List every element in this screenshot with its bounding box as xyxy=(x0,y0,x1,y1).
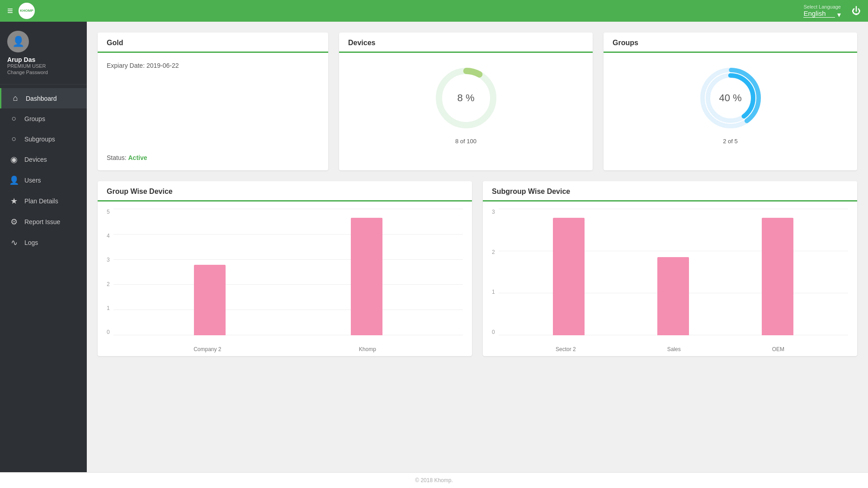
sidebar-item-dashboard[interactable]: ⌂ Dashboard xyxy=(0,88,87,108)
logo: KHOMP xyxy=(19,3,35,19)
x-label: Sales xyxy=(667,346,681,352)
y-label: 0 xyxy=(492,329,495,335)
avatar: 👤 xyxy=(7,31,29,52)
groups-card: Groups 40 % xyxy=(604,33,857,170)
y-label: 1 xyxy=(107,305,110,311)
status-active: Active xyxy=(128,154,147,161)
y-label: 2 xyxy=(107,281,110,287)
x-label: Sector 2 xyxy=(556,346,576,352)
nav-label: Groups xyxy=(24,115,45,122)
group-wise-y-axis: 012345 xyxy=(107,209,113,335)
nav-icon: 👤 xyxy=(9,175,19,185)
nav-label: Subgroups xyxy=(24,136,55,143)
group-wise-body: 012345 Company 2Khomp xyxy=(98,202,472,356)
nav-label: Plan Details xyxy=(24,197,58,205)
devices-donut: 8 % xyxy=(430,62,502,134)
change-password-link[interactable]: Change Password xyxy=(7,70,48,75)
main-content: Gold Expiary Date: 2019-06-22 Status: Ac… xyxy=(87,22,868,472)
x-label: OEM xyxy=(772,346,784,352)
subgroup-wise-y-axis: 0123 xyxy=(492,209,499,335)
y-label: 2 xyxy=(492,249,495,255)
sidebar-item-report-issue[interactable]: ⚙ Report Issue xyxy=(0,211,87,232)
bar xyxy=(657,257,689,335)
sidebar-item-groups[interactable]: ○ Groups xyxy=(0,108,87,129)
user-role: PREMIUM USER xyxy=(7,63,46,69)
logo-text: KHOMP xyxy=(20,9,33,13)
logo-circle: KHOMP xyxy=(19,3,35,19)
language-selector[interactable]: Select Language English xyxy=(803,4,841,18)
nav-items: ⌂ Dashboard○ Groups○ Subgroups◉ Devices👤… xyxy=(0,84,87,472)
nav-label: Report Issue xyxy=(24,218,60,225)
sidebar-item-devices[interactable]: ◉ Devices xyxy=(0,149,87,170)
y-label: 0 xyxy=(107,329,110,335)
power-icon[interactable]: ⏻ xyxy=(852,6,861,16)
bar-group xyxy=(194,265,226,335)
bar-group xyxy=(762,218,793,335)
lang-select[interactable]: English xyxy=(803,9,835,18)
devices-percent: 8 % xyxy=(458,92,475,104)
groups-card-header: Groups xyxy=(604,33,857,53)
charts-row: Group Wise Device 012345 Company 2Khomp … xyxy=(98,181,857,356)
devices-card: Devices 8 % 8 of 100 xyxy=(339,33,593,170)
user-section: 👤 Arup Das PREMIUM USER Change Password xyxy=(0,22,87,84)
nav-icon: ∿ xyxy=(9,238,19,248)
y-label: 4 xyxy=(107,233,110,239)
bar-group xyxy=(657,257,689,335)
top-nav: ≡ KHOMP Select Language English ⏻ xyxy=(0,0,868,22)
bar xyxy=(351,218,382,335)
nav-label: Users xyxy=(24,177,41,184)
nav-label: Devices xyxy=(24,156,47,163)
devices-count: 8 of 100 xyxy=(455,138,476,145)
user-name: Arup Das xyxy=(7,56,35,63)
bar-group xyxy=(553,218,585,335)
nav-label: Logs xyxy=(24,239,38,246)
footer-text: © 2018 Khomp. xyxy=(415,477,453,483)
bar xyxy=(553,218,585,335)
groups-donut: 40 % xyxy=(694,62,767,134)
sidebar-item-plan-details[interactable]: ★ Plan Details xyxy=(0,191,87,211)
sidebar-item-users[interactable]: 👤 Users xyxy=(0,170,87,191)
gold-card-header: Gold xyxy=(98,33,328,53)
y-label: 3 xyxy=(492,209,495,215)
nav-label: Dashboard xyxy=(26,95,57,102)
footer: © 2018 Khomp. xyxy=(0,472,868,488)
bar-group xyxy=(351,218,382,335)
nav-icon: ○ xyxy=(9,114,19,123)
status-row: Status: Active xyxy=(107,154,319,161)
sidebar: 👤 Arup Das PREMIUM USER Change Password … xyxy=(0,22,87,472)
bar xyxy=(762,218,793,335)
groups-percent: 40 % xyxy=(719,92,741,104)
groups-count: 2 of 5 xyxy=(723,138,738,145)
gold-card-body: Expiary Date: 2019-06-22 Status: Active xyxy=(98,53,328,170)
x-label: Company 2 xyxy=(193,346,221,352)
group-wise-header: Group Wise Device xyxy=(98,181,472,202)
devices-card-body: 8 % 8 of 100 xyxy=(339,53,593,154)
nav-icon: ⌂ xyxy=(10,94,20,103)
y-label: 1 xyxy=(492,289,495,295)
subgroup-wise-header: Subgroup Wise Device xyxy=(483,181,857,202)
gold-card: Gold Expiary Date: 2019-06-22 Status: Ac… xyxy=(98,33,328,170)
subgroup-wise-body: 0123 Sector 2SalesOEM xyxy=(483,202,857,356)
sidebar-item-subgroups[interactable]: ○ Subgroups xyxy=(0,129,87,149)
expiry-date: Expiary Date: 2019-06-22 xyxy=(107,62,319,69)
sidebar-item-logs[interactable]: ∿ Logs xyxy=(0,232,87,253)
x-label: Khomp xyxy=(359,346,376,352)
hamburger-icon[interactable]: ≡ xyxy=(7,5,13,17)
nav-icon: ○ xyxy=(9,134,19,144)
groups-card-body: 40 % 2 of 5 xyxy=(604,53,857,154)
nav-icon: ⚙ xyxy=(9,217,19,227)
y-label: 5 xyxy=(107,209,110,215)
devices-card-header: Devices xyxy=(339,33,593,53)
lang-label: Select Language xyxy=(803,4,841,9)
nav-icon: ★ xyxy=(9,196,19,206)
bar xyxy=(194,265,226,335)
nav-icon: ◉ xyxy=(9,155,19,164)
y-label: 3 xyxy=(107,257,110,263)
group-wise-chart: Group Wise Device 012345 Company 2Khomp xyxy=(98,181,472,356)
subgroup-wise-chart: Subgroup Wise Device 0123 Sector 2SalesO… xyxy=(483,181,857,356)
cards-row: Gold Expiary Date: 2019-06-22 Status: Ac… xyxy=(98,33,857,170)
